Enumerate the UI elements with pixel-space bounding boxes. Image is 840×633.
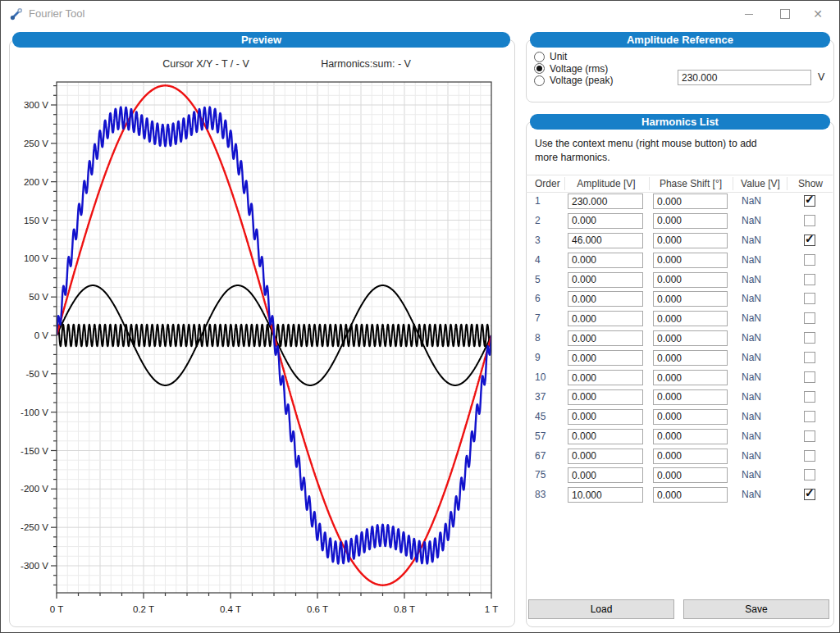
- fourier-tool-window: Fourier Tool ✕ Preview Cursor X/Y - T / …: [0, 0, 840, 633]
- amplitude-input[interactable]: [568, 389, 643, 405]
- phase-shift-input[interactable]: [653, 194, 728, 209]
- radio-icon[interactable]: [534, 75, 545, 86]
- amplitude-input[interactable]: [568, 253, 643, 268]
- harmonic-row: 10NaN: [526, 368, 833, 388]
- show-checkbox[interactable]: [804, 235, 815, 246]
- phase-shift-input[interactable]: [653, 350, 728, 366]
- amplitude-input[interactable]: [568, 409, 643, 425]
- show-checkbox[interactable]: [804, 391, 815, 403]
- phase-shift-input[interactable]: [653, 409, 728, 425]
- phase-shift-input[interactable]: [653, 213, 728, 229]
- radio-option[interactable]: Voltage (peak): [534, 75, 613, 87]
- amplitude-input[interactable]: [568, 213, 643, 229]
- svg-text:50 V: 50 V: [29, 292, 48, 302]
- harmonic-order: 8: [535, 332, 541, 344]
- harmonic-order: 5: [535, 274, 541, 285]
- amplitude-input[interactable]: [568, 350, 643, 366]
- amplitude-input[interactable]: [568, 449, 643, 464]
- amplitude-reference-header: Amplitude Reference: [530, 32, 830, 48]
- amplitude-input[interactable]: [568, 311, 643, 326]
- show-checkbox[interactable]: [804, 469, 815, 480]
- phase-shift-input[interactable]: [653, 467, 728, 483]
- column-divider: [733, 177, 733, 190]
- show-checkbox[interactable]: [804, 450, 815, 462]
- column-divider: [787, 177, 788, 190]
- show-checkbox[interactable]: [804, 489, 815, 500]
- amplitude-input[interactable]: [568, 233, 643, 248]
- phase-shift-input[interactable]: [653, 272, 728, 288]
- show-checkbox[interactable]: [804, 332, 815, 344]
- show-checkbox[interactable]: [804, 215, 815, 226]
- svg-text:-300 V: -300 V: [21, 561, 48, 571]
- amplitude-input[interactable]: [568, 429, 643, 444]
- amplitude-input[interactable]: [568, 194, 643, 209]
- window-title: Fourier Tool: [29, 7, 84, 20]
- amplitude-input[interactable]: [568, 487, 643, 503]
- svg-text:-50 V: -50 V: [26, 369, 49, 379]
- phase-shift-input[interactable]: [653, 311, 728, 326]
- harmonic-value: NaN: [742, 215, 761, 226]
- harmonic-row: 6NaN: [526, 289, 833, 309]
- waveform-chart[interactable]: -300 V-250 V-200 V-150 V-100 V-50 V0 V50…: [9, 39, 514, 625]
- svg-text:-250 V: -250 V: [21, 522, 48, 532]
- harmonic-order: 7: [535, 312, 541, 324]
- phase-shift-input[interactable]: [653, 291, 728, 307]
- harmonic-order: 37: [535, 391, 546, 403]
- harmonic-row: 5NaN: [526, 271, 833, 290]
- load-button[interactable]: Load: [528, 599, 674, 619]
- amplitude-input[interactable]: [568, 467, 643, 483]
- phase-shift-input[interactable]: [653, 370, 728, 385]
- harmonic-order: 3: [535, 235, 541, 246]
- radio-icon[interactable]: [534, 52, 545, 62]
- show-checkbox[interactable]: [804, 430, 815, 442]
- amplitude-input[interactable]: [568, 330, 643, 346]
- phase-shift-input[interactable]: [653, 330, 728, 346]
- harmonic-row: 83NaN: [526, 485, 833, 505]
- harmonic-row: 3NaN: [526, 231, 833, 251]
- phase-shift-input[interactable]: [653, 429, 728, 444]
- harmonic-value: NaN: [742, 450, 761, 462]
- title-bar[interactable]: Fourier Tool ✕: [1, 1, 839, 27]
- phase-shift-input[interactable]: [653, 253, 728, 268]
- phase-shift-input[interactable]: [653, 233, 728, 248]
- phase-shift-input[interactable]: [653, 389, 728, 405]
- svg-text:0.6 T: 0.6 T: [307, 604, 328, 614]
- amplitude-input[interactable]: [568, 291, 643, 307]
- amplitude-input[interactable]: [568, 272, 643, 288]
- show-checkbox[interactable]: [804, 293, 815, 304]
- show-checkbox[interactable]: [804, 195, 815, 207]
- minimize-icon: [745, 13, 753, 15]
- show-checkbox[interactable]: [804, 274, 815, 285]
- radio-icon[interactable]: [534, 63, 545, 74]
- amplitude-input[interactable]: [568, 370, 643, 385]
- harmonic-order: 67: [535, 450, 546, 462]
- close-button[interactable]: ✕: [800, 1, 836, 27]
- harmonic-row: 45NaN: [526, 408, 833, 427]
- harmonic-value: NaN: [742, 312, 761, 324]
- harmonic-value: NaN: [742, 235, 761, 246]
- harmonic-order: 9: [535, 352, 541, 363]
- harmonic-row: 75NaN: [526, 466, 833, 485]
- show-checkbox[interactable]: [804, 352, 815, 363]
- cursor-readout: Cursor X/Y - T / - V: [116, 58, 296, 70]
- harmonic-value: NaN: [742, 293, 761, 304]
- svg-text:250 V: 250 V: [24, 139, 48, 148]
- app-icon: [10, 7, 23, 20]
- show-checkbox[interactable]: [804, 254, 815, 266]
- minimize-button[interactable]: [731, 1, 767, 27]
- phase-shift-input[interactable]: [653, 449, 728, 464]
- svg-text:-200 V: -200 V: [21, 484, 48, 494]
- harmonic-row: 67NaN: [526, 447, 833, 467]
- column-order: Order: [535, 175, 560, 192]
- show-checkbox[interactable]: [804, 371, 815, 383]
- show-checkbox[interactable]: [804, 312, 815, 324]
- radio-option[interactable]: Voltage (rms): [534, 63, 613, 75]
- save-button[interactable]: Save: [683, 599, 829, 619]
- harmonic-row: 7NaN: [526, 309, 833, 329]
- reference-voltage-input[interactable]: [678, 70, 811, 85]
- radio-option[interactable]: Unit: [534, 51, 613, 63]
- maximize-button[interactable]: [767, 1, 803, 27]
- amplitude-options: UnitVoltage (rms)Voltage (peak): [534, 51, 613, 87]
- phase-shift-input[interactable]: [653, 487, 728, 503]
- show-checkbox[interactable]: [804, 411, 815, 422]
